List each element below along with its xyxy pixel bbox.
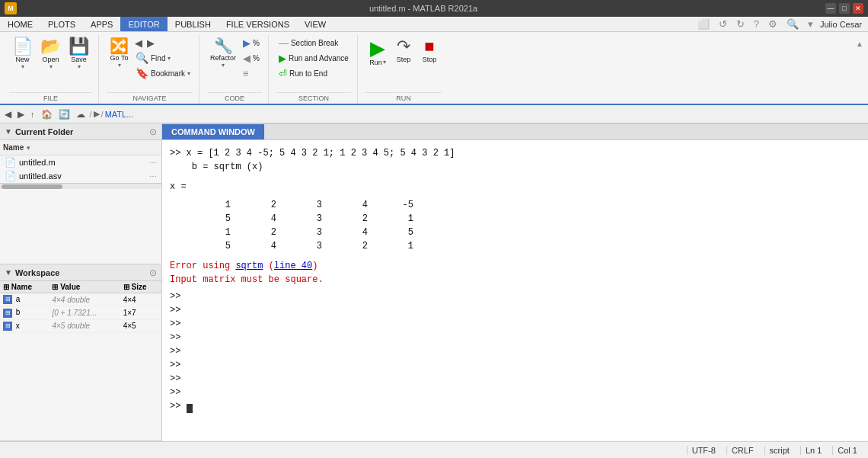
error-detail: Input matrix must be square. [170,273,860,287]
status-bar: UTF-8 CRLF script Ln 1 Col 1 [0,441,868,458]
ribbon-group-code: 🔧 Refactor ▾ ▶ % ◀ % ≡ [201,35,269,104]
file-m-dots[interactable]: ⋯ [149,159,157,167]
error-line-link[interactable]: line 40 [274,261,312,271]
ws-col-size[interactable]: ⊞ Size [120,281,161,293]
save-button[interactable]: 💾 Save ▾ [65,37,92,72]
forward-button[interactable]: ▶ [145,37,156,50]
open-button[interactable]: 📂 Open ▾ [37,37,64,72]
find-button[interactable]: 🔍 Find ▾ [133,51,193,65]
menu-view[interactable]: VIEW [297,17,333,31]
indent-inc-icon: ▶ [243,37,251,49]
console-x-label: x = [170,180,860,194]
toolbar-forward-button[interactable]: ▶ [16,109,26,120]
folder-scrollbar-thumb [2,184,62,189]
workspace-header[interactable]: ▼ Workspace ⊙ [0,264,161,281]
prompt-6: >> [170,331,860,344]
code-group-label: CODE [207,92,262,104]
error-link-sqrtm[interactable]: sqrtm [235,261,263,271]
indent-decrease-button[interactable]: ◀ % [241,52,262,65]
workspace-collapse-icon: ▼ [5,268,12,277]
ws-col-value[interactable]: ⊞ Value [49,281,120,293]
workspace-actions-icon[interactable]: ⊙ [149,267,157,278]
matrix-row-3: 1 2 3 4 5 [170,226,860,239]
step-icon: ↷ [397,38,410,55]
menu-home[interactable]: HOME [0,17,40,31]
ws-var-b[interactable]: ⊞ b [0 + 1.7321... 1×7 [0,306,161,319]
ws-var-b-value: [0 + 1.7321... [49,306,120,319]
console-spacer-3 [170,253,860,259]
navigate-stack: ◀ ▶ 🔍 Find ▾ 🔖 Bookmark ▾ [133,37,193,80]
section-break-button[interactable]: — Section Break [276,37,351,50]
name-sort-icon[interactable]: ▾ [27,144,30,152]
command-window-tab[interactable]: COMMAND WINDOW [162,124,264,139]
ws-var-a[interactable]: ⊞ a 4×4 double 4×4 [0,293,161,306]
menu-publish[interactable]: PUBLISH [168,17,219,31]
file-item-untitled-m[interactable]: 📄 untitled.m ⋯ [0,155,161,169]
run-advance-button[interactable]: ▶ Run and Advance [276,52,351,65]
file-item-untitled-asv[interactable]: 📄 untitled.asv ⋯ [0,169,161,183]
minimize-button[interactable]: — [825,3,836,14]
code-1: x = [1 2 3 4 -5; 5 4 3 2 1; 1 2 3 4 5; 5… [187,148,455,159]
goto-button[interactable]: 🔀 Go To ▾ [107,37,132,70]
ws-var-x-name: ⊞ x [0,319,49,332]
section-break-icon: — [279,37,289,49]
run-to-end-button[interactable]: ⏎ Run to End [276,67,351,80]
menu-file-versions[interactable]: FILE VERSIONS [219,17,297,31]
toolbar-icon-help[interactable]: ? [752,18,761,30]
app-icon: M [5,2,17,14]
refactor-icon: 🔧 [214,38,233,53]
ws-var-x[interactable]: ⊞ x 4×5 double 4×5 [0,319,161,332]
bookmark-icon: 🔖 [136,67,148,79]
new-button[interactable]: 📄 New ▾ [9,37,36,72]
file-asv-dots[interactable]: ⋯ [149,172,157,181]
toolbar-home-button[interactable]: 🏠 [40,109,54,120]
menu-editor[interactable]: EDITOR [120,17,167,31]
path-matl[interactable]: MATL... [105,110,134,119]
ribbon-group-navigate: 🔀 Go To ▾ ◀ ▶ 🔍 Find ▾ 🔖 [101,35,199,104]
toolbar-icon-redo[interactable]: ↻ [734,18,747,30]
path-sep-2: / [101,110,104,119]
format-button[interactable]: ≡ [241,67,262,80]
toolbar-up-button[interactable]: ↑ [29,110,37,119]
ws-col-name[interactable]: ⊞ Name [0,281,49,293]
toolbar-icon-dropdown[interactable]: ▾ [806,18,815,30]
format-icon: ≡ [243,68,249,79]
folder-scrollbar[interactable] [0,183,161,189]
user-info: ⬜ ↺ ↻ ? ⚙ 🔍 ▾ Julio Cesar [695,18,868,30]
console-area[interactable]: >> x = [1 2 3 4 -5; 5 4 3 2 1; 1 2 3 4 5… [162,140,868,441]
file-m-icon: 📄 [5,157,16,168]
ribbon: 📄 New ▾ 📂 Open ▾ 💾 Save ▾ FILE [0,32,868,105]
folder-actions-icon[interactable]: ⊙ [149,127,157,137]
find-icon: 🔍 [136,52,148,64]
stop-button[interactable]: ■ Stop [417,37,442,65]
close-button[interactable]: ✕ [853,3,863,14]
back-button[interactable]: ◀ [133,37,144,50]
toolbar-icon-undo[interactable]: ↺ [716,18,729,30]
toolbar-cloud-button[interactable]: ☁ [75,109,87,120]
prompt-5: >> [170,317,860,331]
window-controls: — □ ✕ [825,3,863,14]
toolbar-back-button[interactable]: ◀ [3,109,13,120]
line-ending-badge: CRLF [726,446,758,455]
run-button[interactable]: ▶ Run ▾ [365,37,390,68]
refactor-button[interactable]: 🔧 Refactor ▾ [207,37,239,70]
menu-apps[interactable]: APPS [83,17,120,31]
prompt-7: >> [170,344,860,358]
toolbar-icon-search[interactable]: 🔍 [784,18,801,30]
toolbar-icon-1[interactable]: ⬜ [695,18,712,30]
toolbar-sync-button[interactable]: 🔄 [57,109,72,120]
maximize-button[interactable]: □ [839,3,850,14]
step-button[interactable]: ↷ Step [391,37,416,65]
prompt-11[interactable]: >> [170,399,860,413]
menu-plots[interactable]: PLOTS [40,17,83,31]
indent-increase-button[interactable]: ▶ % [241,37,262,50]
goto-icon: 🔀 [110,38,129,53]
path-sep-1: / [90,110,92,119]
current-folder-header[interactable]: ▼ Current Folder ⊙ [0,123,161,140]
bookmark-button[interactable]: 🔖 Bookmark ▾ [133,66,193,80]
toolbar-icon-settings[interactable]: ⚙ [766,18,780,30]
prompt-4: >> [170,303,860,317]
ribbon-collapse[interactable]: ▲ [854,35,865,104]
var-x-icon: ⊞ [3,322,12,331]
console-line-1: >> x = [1 2 3 4 -5; 5 4 3 2 1; 1 2 3 4 5… [170,146,860,160]
